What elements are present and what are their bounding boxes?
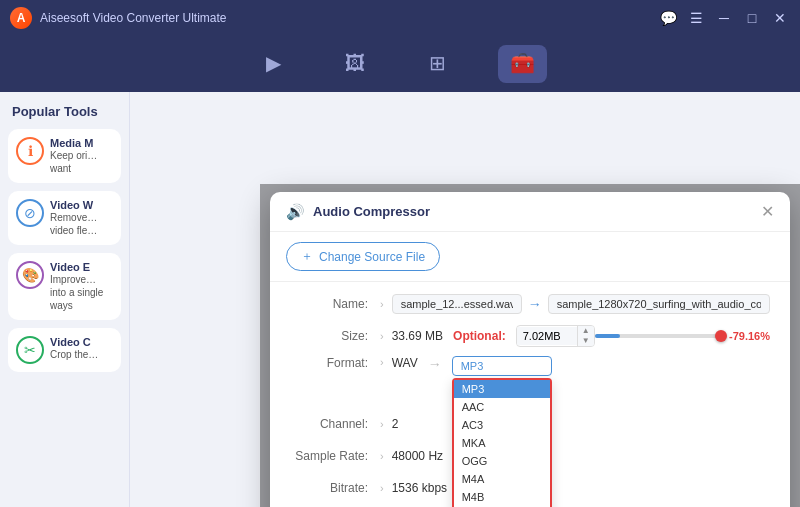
plus-icon: ＋ <box>301 248 313 265</box>
name-input[interactable] <box>392 294 522 314</box>
bitrate-arrow-icon: › <box>380 482 384 494</box>
dropdown-item-mp3[interactable]: MP3 <box>454 380 550 398</box>
app-title: Aiseesoft Video Converter Ultimate <box>40 11 227 25</box>
name-output-input[interactable] <box>548 294 770 314</box>
size-input-wrap: ▲ ▼ <box>516 325 595 347</box>
sidebar-title: Popular Tools <box>8 104 121 119</box>
app-logo: A <box>10 7 32 29</box>
minimize-icon[interactable]: ─ <box>714 8 734 28</box>
dropdown-item-m4b[interactable]: M4B <box>454 488 550 506</box>
sidebar-item-video-watermark[interactable]: ⊘ Video W Remove… video fle… <box>8 191 121 245</box>
video-watermark-text: Video W Remove… video fle… <box>50 199 113 237</box>
dropdown-item-mka[interactable]: MKA <box>454 434 550 452</box>
sidebar-item-media[interactable]: ℹ Media M Keep ori… want <box>8 129 121 183</box>
size-slider-thumb[interactable] <box>715 330 727 342</box>
title-bar: A Aiseesoft Video Converter Ultimate 💬 ☰… <box>0 0 800 36</box>
size-input[interactable] <box>517 327 577 345</box>
chat-icon[interactable]: 💬 <box>658 8 678 28</box>
edit-icon: 🖼 <box>345 52 365 75</box>
size-percent: -79.16% <box>729 330 770 342</box>
sidebar-item-video-enhance[interactable]: 🎨 Video E Improve… into a single ways <box>8 253 121 320</box>
size-spin-down[interactable]: ▼ <box>578 336 594 346</box>
size-spinner: ▲ ▼ <box>577 326 594 346</box>
size-row: Size: › 33.69 MB Optional: ▲ ▼ <box>290 324 770 348</box>
media-meta-text: Media M Keep ori… want <box>50 137 113 175</box>
sample-rate-arrow-icon: › <box>380 450 384 462</box>
size-slider-container: -79.16% <box>595 330 770 342</box>
nav-bar: ▶ 🖼 ⊞ 🧰 <box>0 36 800 92</box>
dropdown-item-ogg[interactable]: OGG <box>454 452 550 470</box>
sidebar-item-video-crop[interactable]: ✂ Video C Crop the… <box>8 328 121 372</box>
name-arrow-icon: › <box>380 298 384 310</box>
nav-item-toolbox[interactable]: 🧰 <box>498 45 547 83</box>
nav-item-edit[interactable]: 🖼 <box>333 46 377 83</box>
dialog-close-button[interactable]: ✕ <box>761 202 774 221</box>
close-icon[interactable]: ✕ <box>770 8 790 28</box>
video-crop-icon: ✂ <box>16 336 44 364</box>
form-area: Name: › → Size: › 33.69 MB Optional: <box>270 282 790 507</box>
window-controls: 💬 ☰ ─ □ ✕ <box>658 8 790 28</box>
maximize-icon[interactable]: □ <box>742 8 762 28</box>
video-enhance-text: Video E Improve… into a single ways <box>50 261 113 312</box>
size-slider-fill <box>595 334 620 338</box>
format-select[interactable]: MP3 <box>452 356 552 376</box>
dropdown-item-aac[interactable]: AAC <box>454 398 550 416</box>
video-watermark-icon: ⊘ <box>16 199 44 227</box>
audio-icon: 🔊 <box>286 203 305 221</box>
size-spin-up[interactable]: ▲ <box>578 326 594 336</box>
name-fields: → <box>392 294 770 314</box>
format-dropdown: MP3 AAC AC3 MKA OGG M4A M4B M4R DTS <box>452 378 552 507</box>
sidebar: Popular Tools ℹ Media M Keep ori… want ⊘… <box>0 92 130 507</box>
nav-item-convert[interactable]: ▶ <box>254 45 293 83</box>
video-crop-text: Video C Crop the… <box>50 336 98 361</box>
nav-item-merge[interactable]: ⊞ <box>417 45 458 83</box>
name-direction-arrow: → <box>528 296 542 312</box>
menu-icon[interactable]: ☰ <box>686 8 706 28</box>
optional-label: Optional: <box>453 329 506 343</box>
dropdown-item-ac3[interactable]: AC3 <box>454 416 550 434</box>
dialog-title: 🔊 Audio Compressor <box>286 203 430 221</box>
merge-icon: ⊞ <box>429 51 446 75</box>
main-area: Popular Tools ℹ Media M Keep ori… want ⊘… <box>0 92 800 507</box>
dropdown-item-m4a[interactable]: M4A <box>454 470 550 488</box>
size-arrow-icon: › <box>380 330 384 342</box>
format-row: Format: › WAV → MP3 ▼ <box>290 356 770 404</box>
name-row: Name: › → <box>290 292 770 316</box>
media-meta-icon: ℹ <box>16 137 44 165</box>
change-source-section: ＋ Change Source File <box>270 232 790 282</box>
convert-icon: ▶ <box>266 51 281 75</box>
format-fields: MP3 ▼ MP3 AAC AC3 MKA OGG <box>452 356 770 404</box>
audio-compressor-dialog: 🔊 Audio Compressor ✕ ＋ Change Source Fil… <box>270 192 790 507</box>
dialog-header: 🔊 Audio Compressor ✕ <box>270 192 790 232</box>
format-arrow-icon: › <box>380 356 384 368</box>
dialog-overlay: 🔊 Audio Compressor ✕ ＋ Change Source Fil… <box>260 184 800 507</box>
channel-arrow-icon: › <box>380 418 384 430</box>
video-enhance-icon: 🎨 <box>16 261 44 289</box>
format-select-wrap: MP3 ▼ MP3 AAC AC3 MKA OGG <box>452 356 552 404</box>
size-slider-track[interactable] <box>595 334 721 338</box>
format-direction-arrow: → <box>428 356 442 372</box>
change-source-button[interactable]: ＋ Change Source File <box>286 242 440 271</box>
toolbox-icon: 🧰 <box>510 51 535 75</box>
